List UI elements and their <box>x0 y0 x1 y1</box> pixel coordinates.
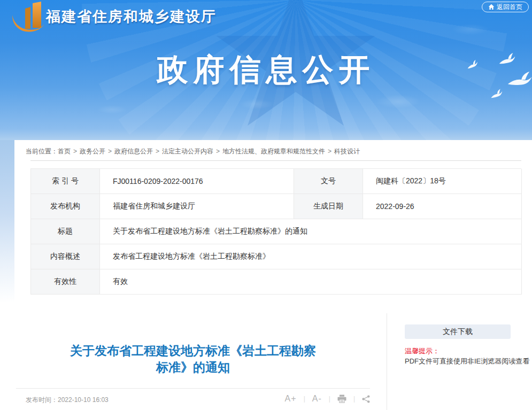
table-value-title: 关于发布省工程建设地方标准《岩土工程勘察标准》的通知 <box>100 219 522 244</box>
article-title: 关于发布省工程建设地方标准《岩土工程勘察标准》的通知 <box>16 343 370 376</box>
publish-time: 发布时间：2022-10-10 16:03 <box>26 396 109 405</box>
return-home-button[interactable]: 返回首页 <box>482 2 529 12</box>
home-icon <box>488 4 495 10</box>
banner: 政府信息公开 福建省住房和城乡建设厅 返回首页 <box>0 0 532 140</box>
breadcrumb-item-govaffairs[interactable]: 政务公开 <box>80 148 105 155</box>
breadcrumb-item-govinfo[interactable]: 政府信息公开 <box>114 148 153 155</box>
table-label-issuer: 发布机构 <box>31 194 100 219</box>
table-label-index-number: 索 引 号 <box>31 169 100 194</box>
breadcrumb-label: 当前位置： <box>26 148 58 155</box>
breadcrumb-divider <box>30 160 521 161</box>
document-info-table: 索 引 号 FJ00116-0209-2022-00176 文号 闽建科〔202… <box>30 168 521 295</box>
table-value-doc-number: 闽建科〔2022〕18号 <box>363 169 522 194</box>
banner-title: 政府信息公开 <box>0 49 532 91</box>
font-increase-button[interactable]: A+ <box>285 394 297 404</box>
page: 政府信息公开 福建省住房和城乡建设厅 返回首页 <box>0 0 532 410</box>
article-title-text: 关于发布省工程建设地方标准《岩土工程勘察标准》的通知 <box>67 343 319 376</box>
tips-text: PDF文件可直接使用非IE浏览器阅读查看 <box>405 357 529 366</box>
table-value-validity: 有效 <box>100 269 522 295</box>
table-value-index-number: FJ00116-0209-2022-00176 <box>100 169 294 194</box>
share-button[interactable] <box>362 395 370 403</box>
table-value-issuer: 福建省住房和城乡建设厅 <box>100 194 294 219</box>
breadcrumb-separator: > <box>108 148 112 155</box>
sidebar-divider <box>387 313 387 410</box>
table-label-title: 标题 <box>31 219 100 244</box>
breadcrumb-item-home[interactable]: 首页 <box>58 148 71 155</box>
breadcrumb-separator: > <box>328 148 331 155</box>
breadcrumb-separator: > <box>156 148 159 155</box>
share-icon <box>362 395 370 403</box>
buildings-crescent-logo-icon <box>11 1 48 32</box>
breadcrumb: 当前位置：首页>政务公开>政府信息公开>法定主动公开内容>地方性法规、政府规章和… <box>26 147 360 156</box>
file-download-button[interactable]: 文件下载 <box>405 324 511 339</box>
table-value-summary: 发布省工程建设地方标准《岩土工程勘察标准》 <box>100 244 522 269</box>
toolbar-separator: | <box>304 395 305 403</box>
return-home-label: 返回首页 <box>497 3 522 12</box>
publish-time-label: 发布时间： <box>26 396 58 404</box>
dove-icon <box>499 52 516 66</box>
table-label-validity: 有效性 <box>31 269 100 295</box>
publish-time-value: 2022-10-10 16:03 <box>58 396 109 404</box>
dove-icon <box>507 68 532 91</box>
flying-doves <box>457 43 532 102</box>
font-decrease-button[interactable]: A- <box>312 394 322 404</box>
table-value-date: 2022-09-26 <box>363 194 522 219</box>
printer-icon <box>337 394 346 403</box>
dove-icon <box>466 59 480 71</box>
breadcrumb-separator: > <box>216 148 220 155</box>
toolbar-separator: | <box>353 395 355 403</box>
print-button[interactable] <box>337 394 346 403</box>
left-background-strip <box>0 140 14 303</box>
dove-icon <box>490 88 504 100</box>
table-label-summary: 内容概述 <box>31 244 100 269</box>
tips-label: 温馨提示： <box>405 346 440 356</box>
breadcrumb-item-scitech[interactable]: 科技设计 <box>334 148 360 155</box>
site-logo-link[interactable] <box>11 1 48 32</box>
article-toolbar: A+ | A- | | <box>285 394 370 404</box>
table-label-doc-number: 文号 <box>294 169 363 194</box>
toolbar-separator: | <box>329 395 330 403</box>
article-divider <box>16 388 370 389</box>
site-title: 福建省住房和城乡建设厅 <box>46 7 217 26</box>
breadcrumb-item-statutory[interactable]: 法定主动公开内容 <box>162 148 213 155</box>
breadcrumb-item-regulations[interactable]: 地方性法规、政府规章和规范性文件 <box>222 148 325 155</box>
breadcrumb-separator: > <box>73 148 77 155</box>
table-label-date: 生成日期 <box>294 194 363 219</box>
